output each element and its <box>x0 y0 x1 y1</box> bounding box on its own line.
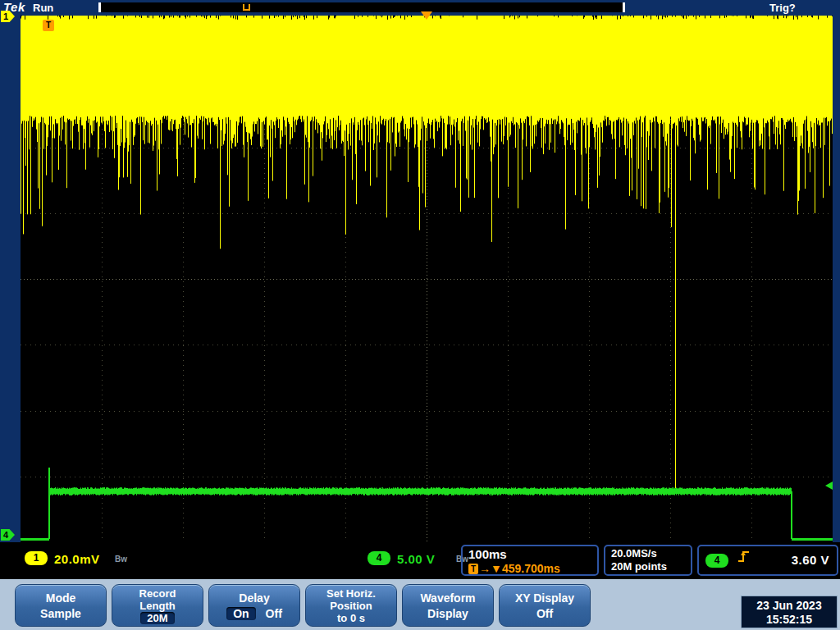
delay-t-icon: T <box>468 564 478 574</box>
ch4-position-marker[interactable]: 4 <box>1 529 15 541</box>
menu-button-record-length[interactable]: Record Length 20M <box>112 584 203 627</box>
waveform-label-1: Waveform <box>420 591 475 605</box>
menu-button-set-horiz-position[interactable]: Set Horiz. Position to 0 s <box>305 584 397 627</box>
ch1-bandwidth-icon: Bw <box>115 555 127 564</box>
record-label-2: Length <box>139 600 175 612</box>
record-length-readout: 20M points <box>611 560 685 573</box>
graticule: T <box>21 16 833 542</box>
ch1-vertical-scale: 20.0mV <box>54 552 100 566</box>
time-label: 15:52:15 <box>742 613 837 626</box>
xy-label-2: Off <box>536 607 553 620</box>
acq-window-right-bracket <box>623 2 625 12</box>
horiz-label-1: Set Horiz. <box>326 587 376 600</box>
delay-arrows-icon: →▼ <box>479 562 502 575</box>
delay-label: Delay <box>239 591 269 605</box>
waveform-canvas <box>21 16 833 542</box>
menu-button-waveform-display[interactable]: Waveform Display <box>402 584 494 627</box>
sample-rate-readout: 20.0MS/s <box>611 547 685 560</box>
mode-value: Sample <box>40 607 81 620</box>
oscilloscope-screen: Tek Run Trig? T 1 4 1 20.0mV Bw 4 5.00 V… <box>0 0 840 630</box>
delay-off-option[interactable]: Off <box>266 607 282 620</box>
datetime-box: 23 Jun 2023 15:52:15 <box>741 596 838 628</box>
timebase-readout: 100ms <box>468 547 591 561</box>
mode-label: Mode <box>46 591 76 605</box>
ch4-badge: 4 <box>368 551 390 565</box>
bottom-menu-bar: Mode Sample Record Length 20M Delay On O… <box>0 579 840 630</box>
trigger-level-readout: 3.60 V <box>792 553 829 567</box>
menu-button-mode[interactable]: Mode Sample <box>15 584 107 627</box>
delay-on-option[interactable]: On <box>226 607 255 620</box>
horizontal-readout-box: 100ms T→▼459.700ms <box>461 545 599 576</box>
record-length-value: 20M <box>140 612 174 624</box>
horiz-label-2: Position <box>330 600 372 612</box>
ch1-badge: 1 <box>25 551 48 565</box>
menu-button-delay[interactable]: Delay On Off <box>208 584 300 627</box>
top-status-bar: Tek Run Trig? <box>0 0 840 15</box>
acq-window-left-bracket <box>98 2 101 12</box>
trigger-readout-box: 4 3.60 V <box>697 545 838 576</box>
acquisition-readout-box: 20.0MS/s 20M points <box>604 545 692 576</box>
status-readout-bar: 1 20.0mV Bw 4 5.00 V Bw 100ms T→▼459.700… <box>0 542 840 579</box>
acquisition-position-bar[interactable] <box>98 2 625 12</box>
acquisition-run-status: Run <box>33 2 53 14</box>
record-label-1: Record <box>139 587 176 600</box>
date-label: 23 Jun 2023 <box>742 599 837 612</box>
horiz-label-3: to 0 s <box>337 612 365 624</box>
delay-readout: T→▼459.700ms <box>468 562 560 575</box>
ch4-vertical-scale: 5.00 V <box>397 552 435 566</box>
rising-edge-icon <box>737 549 751 564</box>
trigger-time-flag[interactable]: T <box>43 20 54 31</box>
delay-value: 459.700ms <box>502 562 560 575</box>
expansion-point-marker[interactable] <box>421 11 432 20</box>
xy-label-1: XY Display <box>515 591 574 605</box>
delay-position-marker[interactable] <box>243 4 250 11</box>
menu-button-xy-display[interactable]: XY Display Off <box>499 584 591 627</box>
waveform-label-2: Display <box>427 607 468 620</box>
trigger-status-label: Trig? <box>769 2 796 14</box>
trigger-source-badge: 4 <box>705 554 728 568</box>
